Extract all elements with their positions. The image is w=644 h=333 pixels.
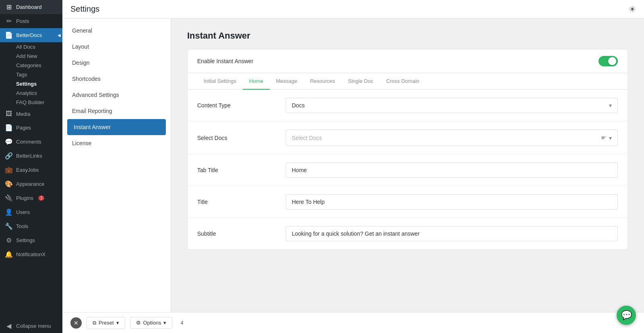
nav-item-instant-answer[interactable]: Instant Answer xyxy=(67,119,166,135)
options-label: Options xyxy=(143,320,161,326)
pages-icon: 📄 xyxy=(5,124,13,132)
chat-icon: 💬 xyxy=(621,310,632,321)
content-area: General Layout Design Shortcodes Advance… xyxy=(62,18,644,312)
tab-cross-domain[interactable]: Cross Domain xyxy=(380,73,425,90)
sidebar-item-add-new[interactable]: Add New xyxy=(13,51,62,61)
nav-item-advanced-settings[interactable]: Advanced Settings xyxy=(62,87,171,103)
sidebar-item-appearance[interactable]: 🎨 Appearance xyxy=(0,177,62,191)
field-row-select-docs: Select Docs Select Docs ☛ ▾ xyxy=(188,121,627,154)
chevron-down-icon: ▾ xyxy=(609,102,612,109)
sidebar-item-analytics[interactable]: Analytics xyxy=(13,88,62,98)
page-title: Settings xyxy=(70,4,99,14)
hand-cursor-icon: ☛ xyxy=(601,134,607,142)
tools-icon: 🔧 xyxy=(5,222,13,230)
tab-resources[interactable]: Resources xyxy=(303,73,341,90)
options-chevron-icon: ▾ xyxy=(163,320,166,326)
easyjobs-icon: 💼 xyxy=(5,166,13,174)
tab-single-doc[interactable]: Single Doc xyxy=(342,73,380,90)
sidebar-item-collapse[interactable]: ◀ Collapse menu xyxy=(0,319,62,333)
tab-title-label: Tab Title xyxy=(197,167,278,173)
bottom-bar-number: 4 xyxy=(180,320,183,326)
preset-button[interactable]: ⧉ Preset ▾ xyxy=(87,317,125,329)
close-icon: ✕ xyxy=(74,320,78,326)
sidebar-item-comments[interactable]: 💬 Comments xyxy=(0,135,62,149)
sidebar-item-dashboard[interactable]: ⊞ Dashboard xyxy=(0,0,62,14)
chevron-down-icon-2: ▾ xyxy=(609,135,612,141)
tab-home[interactable]: Home xyxy=(243,73,270,90)
panel-title: Instant Answer xyxy=(187,31,628,41)
title-input[interactable] xyxy=(286,194,618,210)
sidebar-item-notificationx[interactable]: 🔔 NotificationX xyxy=(0,247,62,261)
sidebar-item-posts[interactable]: ✏ Posts xyxy=(0,14,62,28)
sidebar-item-betterdocs[interactable]: 📄 BetterDocs xyxy=(0,28,62,42)
dashboard-icon: ⊞ xyxy=(5,3,13,11)
betterlinks-icon: 🔗 xyxy=(5,152,13,160)
title-control xyxy=(286,194,618,210)
enable-toggle[interactable] xyxy=(599,56,618,66)
topbar: Settings ☀ xyxy=(62,0,644,18)
settings-nav: General Layout Design Shortcodes Advance… xyxy=(62,18,171,312)
sidebar-item-media[interactable]: 🖼 Media xyxy=(0,107,62,121)
tab-message[interactable]: Message xyxy=(270,73,304,90)
field-row-tab-title: Tab Title xyxy=(188,154,627,186)
field-row-subtitle: Subtitle xyxy=(188,218,627,249)
content-type-label: Content Type xyxy=(197,102,278,109)
chat-fab-button[interactable]: 💬 xyxy=(617,306,636,325)
collapse-icon: ◀ xyxy=(5,322,13,330)
sidebar-item-categories[interactable]: Categories xyxy=(13,61,62,70)
main-wrapper: Settings ☀ General Layout Design Shortco… xyxy=(62,0,644,333)
settings-panel: Instant Answer Enable Instant Answer Ini… xyxy=(171,18,644,312)
enable-toggle-row: Enable Instant Answer xyxy=(188,49,627,73)
notificationx-icon: 🔔 xyxy=(5,251,13,258)
content-type-select[interactable]: Docs ▾ xyxy=(286,98,618,113)
sidebar-item-tags[interactable]: Tags xyxy=(13,70,62,79)
select-docs-control: Select Docs ☛ ▾ xyxy=(286,130,618,146)
nav-item-shortcodes[interactable]: Shortcodes xyxy=(62,71,171,87)
nav-item-general[interactable]: General xyxy=(62,23,171,39)
sidebar-item-faq-builder[interactable]: FAQ Builder xyxy=(13,98,62,107)
sidebar-item-betterlinks[interactable]: 🔗 BetterLinks xyxy=(0,149,62,163)
betterdocs-icon: 📄 xyxy=(5,31,13,39)
field-row-title: Title xyxy=(188,186,627,218)
select-docs-select[interactable]: Select Docs ☛ ▾ xyxy=(286,130,618,146)
appearance-icon: 🎨 xyxy=(5,180,13,188)
preset-chevron-icon: ▾ xyxy=(116,320,119,326)
nav-item-design[interactable]: Design xyxy=(62,55,171,71)
comments-icon: 💬 xyxy=(5,138,13,146)
sidebar-item-settings[interactable]: Settings xyxy=(13,79,62,88)
sidebar-item-users[interactable]: 👤 Users xyxy=(0,205,62,219)
tabs-row: Initial Settings Home Message Resources … xyxy=(188,73,627,90)
nav-item-email-reporting[interactable]: Email Reporting xyxy=(62,103,171,119)
settings-main-icon: ⚙ xyxy=(5,236,13,244)
plugins-badge: 3 xyxy=(38,195,45,201)
sidebar-item-tools[interactable]: 🔧 Tools xyxy=(0,219,62,233)
users-icon: 👤 xyxy=(5,208,13,216)
tab-title-input[interactable] xyxy=(286,162,618,178)
content-type-value: Docs xyxy=(292,102,305,109)
posts-icon: ✏ xyxy=(5,17,13,25)
instant-answer-card: Enable Instant Answer Initial Settings H… xyxy=(187,49,628,250)
sun-icon[interactable]: ☀ xyxy=(629,4,636,14)
media-icon: 🖼 xyxy=(5,110,13,117)
copy-icon: ⧉ xyxy=(93,320,96,326)
sidebar-item-easyjobs[interactable]: 💼 EasyJobs xyxy=(0,163,62,177)
sidebar-item-settings-main[interactable]: ⚙ Settings xyxy=(0,233,62,247)
subtitle-label: Subtitle xyxy=(197,230,278,237)
nav-item-layout[interactable]: Layout xyxy=(62,39,171,55)
title-label: Title xyxy=(197,199,278,205)
select-docs-placeholder: Select Docs xyxy=(292,135,322,141)
preset-label: Preset xyxy=(99,320,114,326)
enable-label: Enable Instant Answer xyxy=(197,58,253,64)
tab-initial-settings[interactable]: Initial Settings xyxy=(197,73,243,90)
sidebar-item-pages[interactable]: 📄 Pages xyxy=(0,121,62,135)
close-button[interactable]: ✕ xyxy=(70,317,82,329)
gear-icon: ⚙ xyxy=(136,320,141,326)
options-button[interactable]: ⚙ Options ▾ xyxy=(130,317,173,329)
subtitle-input[interactable] xyxy=(286,226,618,241)
betterdocs-submenu: All Docs Add New Categories Tags Setting… xyxy=(0,42,62,107)
sidebar-item-all-docs[interactable]: All Docs xyxy=(13,42,62,51)
nav-item-license[interactable]: License xyxy=(62,135,171,151)
sidebar-item-plugins[interactable]: 🔌 Plugins 3 xyxy=(0,191,62,205)
subtitle-control xyxy=(286,226,618,241)
field-row-content-type: Content Type Docs ▾ xyxy=(188,90,627,121)
